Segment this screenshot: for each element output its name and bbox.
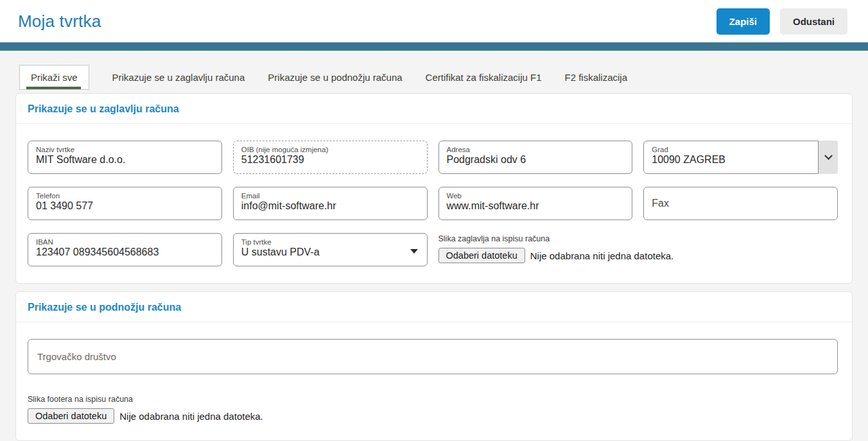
iban-value: 123407 089345604568683 — [36, 246, 159, 257]
section-invoice-header-title: Prikazuje se u zaglavlju računa — [16, 94, 852, 124]
fax-label: Fax — [652, 198, 669, 209]
email-value: info@mit-software.hr — [241, 200, 336, 211]
fax-field[interactable]: Fax — [643, 187, 838, 220]
accent-divider-bar — [0, 42, 868, 51]
tab-prikazi-sve[interactable]: Prikaži sve — [19, 65, 89, 90]
company-name-value: MIT Software d.o.o. — [36, 154, 125, 165]
phone-field[interactable]: Telefon 01 3490 577 — [28, 187, 222, 220]
section-invoice-header: Prikazuje se u zaglavlju računa Naziv tv… — [15, 93, 853, 284]
phone-label: Telefon — [36, 192, 214, 200]
invoice-header-fields: Naziv tvrtke MIT Software d.o.o. OIB (ni… — [28, 141, 838, 266]
city-value: 10090 ZAGREB — [652, 154, 725, 165]
web-value: www.mit-software.hr — [447, 200, 539, 211]
header-image-upload: Slika zaglavlja na ispisu računa Odaberi… — [438, 233, 838, 266]
tab-certifikat-f1[interactable]: Certifikat za fiskalizaciju F1 — [426, 72, 542, 83]
city-field[interactable]: Grad 10090 ZAGREB — [643, 141, 819, 174]
company-name-label: Naziv tvrtke — [36, 146, 214, 153]
oib-label: OIB (nije moguća izmjena) — [241, 146, 419, 153]
section-invoice-footer: Prikazuje se u podnožju računa Trgovačko… — [15, 291, 853, 441]
tab-f2-fiskalizacija[interactable]: F2 fiskalizacija — [565, 72, 628, 83]
header-image-file-status: Nije odabrana niti jedna datoteka. — [530, 250, 674, 261]
company-name-field[interactable]: Naziv tvrtke MIT Software d.o.o. — [28, 141, 222, 174]
footer-note-value: Trgovačko društvo — [37, 351, 116, 362]
company-type-value: U sustavu PDV-a — [241, 246, 320, 257]
dropdown-arrow-icon — [410, 249, 418, 254]
tab-zaglavlje-racuna[interactable]: Prikazuje se u zaglavlju računa — [112, 72, 245, 83]
cancel-button[interactable]: Odustani — [780, 8, 847, 35]
city-label: Grad — [652, 146, 810, 153]
tab-bar: Prikaži sve Prikazuje se u zaglavlju rač… — [19, 65, 850, 90]
oib-field: OIB (nije moguća izmjena) 51231601739 — [233, 141, 428, 174]
company-type-select[interactable]: Tip tvrtke U sustavu PDV-a — [233, 233, 428, 266]
address-value: Podgradski odv 6 — [447, 154, 526, 165]
header-actions: Zapiši Odustani — [716, 8, 847, 35]
footer-image-file-status: Nije odabrana niti jedna datoteka. — [119, 411, 263, 422]
iban-field[interactable]: IBAN 123407 089345604568683 — [28, 233, 222, 266]
footer-image-upload: Slika footera na ispisu računa Odaberi d… — [28, 395, 838, 424]
web-label: Web — [447, 192, 625, 200]
footer-image-label: Slika footera na ispisu računa — [28, 395, 838, 404]
phone-value: 01 3490 577 — [36, 200, 93, 211]
app-header: Moja tvrtka Zapiši Odustani — [0, 0, 868, 42]
city-dropdown-button[interactable] — [819, 141, 838, 174]
page-title: Moja tvrtka — [18, 12, 101, 31]
address-label: Adresa — [447, 146, 625, 153]
save-button[interactable]: Zapiši — [716, 8, 770, 35]
company-type-label: Tip tvrtke — [241, 238, 419, 246]
city-combobox: Grad 10090 ZAGREB — [643, 141, 838, 174]
web-field[interactable]: Web www.mit-software.hr — [438, 187, 633, 220]
email-label: Email — [241, 192, 419, 200]
email-field[interactable]: Email info@mit-software.hr — [233, 187, 428, 220]
address-field[interactable]: Adresa Podgradski odv 6 — [438, 141, 633, 174]
header-image-label: Slika zaglavlja na ispisu računa — [438, 234, 838, 243]
tab-podnozje-racuna[interactable]: Prikazuje se u podnožju računa — [268, 72, 402, 83]
iban-label: IBAN — [36, 238, 214, 246]
header-image-choose-file-button[interactable]: Odaberi datoteku — [438, 248, 525, 263]
section-invoice-footer-title: Prikazuje se u podnožju računa — [16, 292, 852, 322]
footer-image-choose-file-button[interactable]: Odaberi datoteku — [28, 408, 114, 424]
chevron-down-icon — [824, 151, 833, 160]
oib-value: 51231601739 — [241, 154, 304, 165]
footer-note-textarea[interactable]: Trgovačko društvo — [28, 339, 838, 374]
